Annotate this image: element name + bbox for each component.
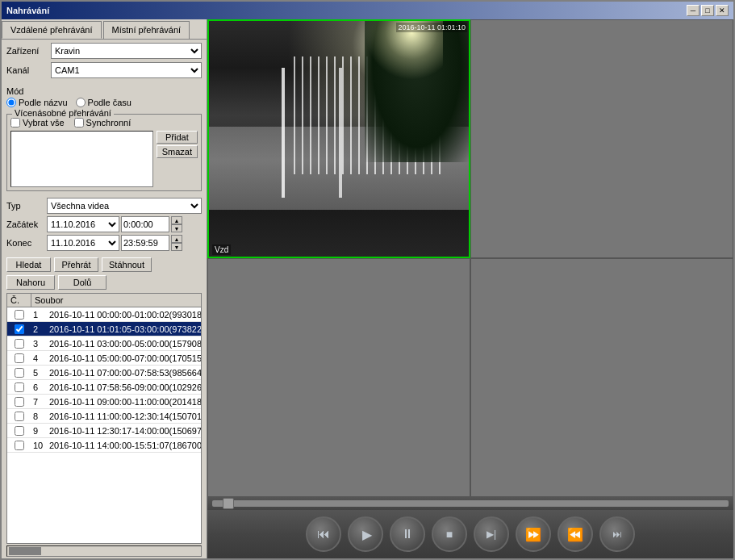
play-button[interactable]: Přehrát [54,257,98,272]
mode-option2-text: Podle času [88,98,132,107]
file-name: 2016-10-11 14:00:00-15:51:07(1867008 [48,441,201,450]
search-button[interactable]: Hledat [6,257,51,272]
file-list[interactable]: 1 2016-10-11 00:00:00-01:00:02(993018K 2… [6,307,202,544]
playback-bar[interactable] [207,497,733,510]
file-checkbox-wrapper[interactable] [7,310,31,320]
start-date-select[interactable]: 11.10.2016 [47,216,119,232]
table-row[interactable]: 5 2016-10-11 07:00:00-07:58:53(985664K [7,366,201,380]
stop-ctrl-button[interactable]: ■ [432,516,467,552]
table-row[interactable]: 6 2016-10-11 07:58:56-09:00:00(1029264 [7,380,201,395]
file-checkbox[interactable] [15,412,24,421]
file-number: 8 [31,412,48,421]
file-checkbox[interactable] [15,426,24,436]
table-row[interactable]: 4 2016-10-11 05:00:00-07:00:00(1705157 [7,351,201,366]
file-checkbox-wrapper[interactable] [7,397,31,407]
mode-option1-label[interactable]: Podle názvu [6,98,68,107]
file-number: 6 [31,382,48,392]
prev-frame-button[interactable]: ⏪ [558,516,593,552]
download-button[interactable]: Stáhnout [102,257,152,272]
table-row[interactable]: 2 2016-10-11 01:01:05-03:00:00(973822K [7,322,201,336]
horizontal-scrollbar[interactable] [6,545,202,557]
tab-local[interactable]: Místní přehrávání [103,21,190,39]
pause-icon: ⏸ [401,527,414,541]
device-select[interactable]: Kravin [51,43,202,59]
file-name: 2016-10-11 00:00:00-01:00:02(993018K [48,310,201,320]
slow-forward-icon: ▶| [487,529,496,540]
file-checkbox[interactable] [15,368,24,378]
file-checkbox-wrapper[interactable] [7,324,31,334]
play-ctrl-button[interactable]: ▶ [348,516,383,552]
video-timestamp-1: 2016-10-11 01:01:10 [396,23,467,32]
tab-remote[interactable]: Vzdálené přehrávání [2,21,102,39]
rewind-start-button[interactable]: ⏮ [306,516,341,552]
file-checkbox-wrapper[interactable] [7,426,31,436]
video-cell-3[interactable] [207,258,470,497]
multiplay-list[interactable] [10,131,153,187]
table-row[interactable]: 7 2016-10-11 09:00:00-11:00:00(2014188 [7,395,201,409]
select-all-text: Vybrat vše [23,118,65,127]
file-checkbox-wrapper[interactable] [7,412,31,421]
channel-label: Kanál [6,65,51,75]
table-row[interactable]: 1 2016-10-11 00:00:00-01:00:02(993018K [7,307,201,322]
left-panel: Vzdálené přehrávání Místní přehrávání Za… [2,19,207,558]
file-number: 5 [31,368,48,378]
mode-option2-label[interactable]: Podle času [76,98,132,107]
add-button[interactable]: Přidat [157,131,198,144]
end-time-input[interactable] [121,235,169,251]
file-checkbox[interactable] [15,441,24,450]
file-number: 9 [31,426,48,436]
fast-forward-icon: ⏩ [525,527,541,542]
scrollbar-thumb[interactable] [9,547,41,555]
pause-ctrl-button[interactable]: ⏸ [390,516,425,552]
video-cell-4[interactable] [470,258,733,497]
video-cell-1[interactable]: 2016-10-11 01:01:10 Vzd [207,19,470,258]
file-checkbox-wrapper[interactable] [7,339,31,349]
playback-thumb[interactable] [223,498,234,509]
up-button[interactable]: Nahoru [6,275,55,290]
end-time-down[interactable]: ▼ [171,243,182,251]
end-time-up[interactable]: ▲ [171,235,182,243]
synchronize-label[interactable]: Synchronní [74,118,132,127]
end-label: Konec [6,238,47,248]
select-all-checkbox[interactable] [10,118,20,127]
mode-section: Mód Podle názvu Podle času [2,85,207,111]
start-row: Začátek 11.10.2016 ▲ ▼ [6,216,202,232]
file-checkbox-wrapper[interactable] [7,441,31,450]
close-button[interactable]: ✕ [716,5,729,16]
mode-option2-radio[interactable] [76,98,86,107]
file-checkbox-wrapper[interactable] [7,368,31,378]
synchronize-checkbox[interactable] [74,118,84,127]
file-checkbox[interactable] [15,324,24,334]
video-cell-2[interactable] [470,19,733,258]
delete-button[interactable]: Smazat [157,145,198,158]
file-checkbox-wrapper[interactable] [7,382,31,392]
table-row[interactable]: 10 2016-10-11 14:00:00-15:51:07(1867008 [7,438,201,453]
file-checkbox-wrapper[interactable] [7,353,31,363]
mode-option1-radio[interactable] [6,98,16,107]
file-checkbox[interactable] [15,339,24,349]
table-row[interactable]: 8 2016-10-11 11:00:00-12:30:14(1507015 [7,409,201,424]
type-select[interactable]: Všechna videaAlarmPohybRuční [47,198,202,214]
col-file-header: Soubor [31,294,201,307]
start-time-up[interactable]: ▲ [171,216,182,224]
select-all-label[interactable]: Vybrat vše [10,118,65,127]
fast-forward-button[interactable]: ⏩ [516,516,551,552]
file-checkbox[interactable] [15,310,24,320]
file-checkbox[interactable] [15,382,24,392]
end-row: Konec 11.10.2016 ▲ ▼ [6,235,202,251]
minimize-button[interactable]: ─ [687,5,700,16]
down-button[interactable]: Dolů [58,275,106,290]
playback-progress[interactable] [212,500,729,507]
maximize-button[interactable]: □ [701,5,714,16]
file-name: 2016-10-11 11:00:00-12:30:14(1507015 [48,412,201,421]
next-frame-button[interactable]: ⏭ [599,516,635,552]
table-row[interactable]: 9 2016-10-11 12:30:17-14:00:00(1506971 [7,424,201,438]
end-date-select[interactable]: 11.10.2016 [47,235,119,251]
start-time-down[interactable]: ▼ [171,224,182,232]
channel-select[interactable]: CAM1CAM2CAM3CAM4 [51,62,202,78]
start-time-input[interactable] [121,216,169,232]
table-row[interactable]: 3 2016-10-11 03:00:00-05:00:00(1579083 [7,336,201,351]
file-checkbox[interactable] [15,397,24,407]
file-checkbox[interactable] [15,353,24,363]
slow-forward-button[interactable]: ▶| [474,516,509,552]
